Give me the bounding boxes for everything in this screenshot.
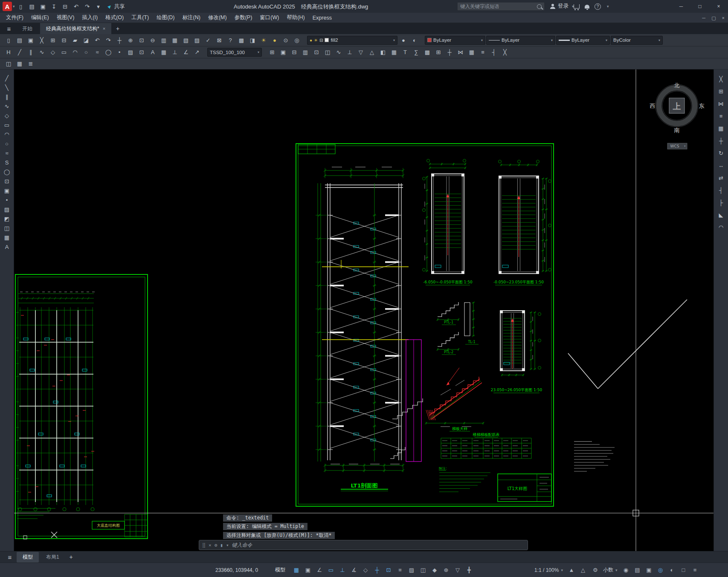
layer-on-icon[interactable]: ●: [310, 38, 312, 43]
draw-text-icon[interactable]: A: [148, 48, 158, 57]
compass-north[interactable]: 北: [674, 82, 680, 89]
sheet-set-manager-icon[interactable]: ▨: [192, 35, 202, 45]
menu-insert[interactable]: 插入(I): [82, 14, 98, 21]
cad-drawing[interactable]: 大底盘结构图 LT1剖面图 -6.050~-0.050平面图 1:50 -0.0…: [14, 69, 713, 551]
ellipse-icon[interactable]: ◯: [1, 167, 12, 176]
tssd-axis-grid-icon[interactable]: ⊞: [267, 48, 277, 57]
tssd-attribute-icon[interactable]: ▦: [15, 59, 25, 69]
command-customize-icon[interactable]: ⚙: [215, 542, 218, 548]
annotation-visibility-icon[interactable]: ▲: [567, 565, 576, 575]
properties-icon[interactable]: ▥: [159, 35, 169, 45]
workspace-gear-icon[interactable]: ⚙: [591, 565, 600, 575]
annotation-monitor-icon[interactable]: ◉: [621, 565, 630, 575]
graphics-performance-icon[interactable]: ◐: [667, 565, 676, 575]
draw-polygon-icon[interactable]: ◇: [48, 48, 58, 57]
tssd-table-icon[interactable]: ▦: [389, 48, 399, 57]
linetype-combo-caret-icon[interactable]: ▾: [551, 38, 553, 42]
construction-line-icon[interactable]: ╲: [1, 83, 12, 92]
qnew-icon[interactable]: ▯: [16, 2, 26, 11]
transparency-icon[interactable]: ▨: [407, 565, 416, 575]
quickcalc-icon[interactable]: ⊠: [214, 35, 224, 45]
tssd-layer-icon[interactable]: ▩: [422, 48, 432, 57]
spline-icon[interactable]: S: [1, 158, 12, 167]
tssd-detail-icon[interactable]: ◧: [378, 48, 388, 57]
store-cart-icon[interactable]: [574, 4, 580, 9]
color-combo-caret-icon[interactable]: ▾: [481, 38, 483, 42]
logo-caret-icon[interactable]: ▾: [13, 4, 15, 9]
menu-modify[interactable]: 修改(M): [208, 14, 227, 21]
layer-combo[interactable]: ● ☀ ⊟ fill2 ▾: [307, 36, 397, 45]
layer-lock-icon[interactable]: ⊙: [281, 35, 291, 45]
zoom-realtime-icon[interactable]: ⊕: [125, 35, 136, 45]
draw-mline-icon[interactable]: ∥: [26, 48, 36, 57]
zoom-previous-icon[interactable]: ⊖: [148, 35, 158, 45]
close-button[interactable]: ×: [709, 0, 728, 13]
selection-filtering-icon[interactable]: ▽: [453, 565, 462, 575]
tssd-purge-icon[interactable]: ╳: [500, 48, 510, 57]
menu-dimension[interactable]: 标注(N): [183, 14, 200, 21]
tab-start[interactable]: 开始: [16, 23, 38, 34]
lineweight-combo[interactable]: ByLayer ▾: [556, 36, 610, 45]
erase-icon[interactable]: ╳: [716, 75, 727, 83]
tssd-rebar-icon[interactable]: ∿: [334, 48, 344, 57]
grid-axis-icon[interactable]: H: [3, 48, 14, 57]
make-object-layer-current-icon[interactable]: ●: [398, 35, 409, 45]
tssd-slab-icon[interactable]: ⊡: [311, 48, 322, 57]
menu-express[interactable]: Express: [313, 15, 332, 21]
tssd-column-icon[interactable]: ▣: [278, 48, 288, 57]
tab-close-icon[interactable]: ×: [103, 26, 105, 31]
markup-import-icon[interactable]: ✓: [203, 35, 213, 45]
tssd-wall-icon[interactable]: ▥: [300, 48, 310, 57]
redo-icon[interactable]: ↷: [103, 35, 113, 45]
tssd-scale-combo[interactable]: TSSD_100_100 ▾: [207, 48, 262, 57]
circle-icon[interactable]: ○: [1, 139, 12, 148]
gizmo-icon[interactable]: ╋: [464, 565, 474, 575]
copy-icon[interactable]: ⊞: [716, 87, 727, 95]
tab-layout1[interactable]: 布局1: [40, 552, 65, 563]
app-logo[interactable]: A: [3, 2, 12, 11]
tssd-copy-icon[interactable]: ⊞: [433, 48, 444, 57]
open-file-icon[interactable]: ▤: [15, 35, 25, 45]
quick-properties-icon[interactable]: ▤: [632, 565, 642, 575]
tssd-beam-icon[interactable]: ⊟: [289, 48, 299, 57]
help-search[interactable]: [457, 2, 545, 11]
3d-object-snap-icon[interactable]: ◆: [430, 565, 439, 575]
clean-screen-icon[interactable]: □: [679, 565, 688, 575]
tssd-mirror-icon[interactable]: ⋈: [455, 48, 466, 57]
maximize-button[interactable]: □: [690, 0, 709, 13]
menu-file[interactable]: 文件(F): [6, 14, 23, 21]
block-insert-icon[interactable]: ⊡: [136, 48, 147, 57]
polyline-icon[interactable]: ∿: [1, 102, 12, 110]
tab-document[interactable]: 经典高位转换框支结构*×: [40, 23, 111, 34]
tab-menu-icon[interactable]: ≡: [3, 24, 15, 33]
doc-restore-button[interactable]: ▢: [711, 15, 716, 21]
snap-mode-icon[interactable]: ▣: [303, 565, 313, 575]
menu-edit[interactable]: 编辑(E): [31, 14, 49, 21]
new-file-icon[interactable]: ▯: [3, 35, 14, 45]
point-icon[interactable]: •: [1, 196, 12, 204]
tssd-combo-caret-icon[interactable]: ▾: [258, 50, 259, 54]
menu-tools[interactable]: 工具(T): [131, 14, 149, 21]
revision-cloud-icon[interactable]: ≈: [1, 149, 12, 157]
draw-arc-icon[interactable]: ◠: [70, 48, 80, 57]
layer-walk-icon[interactable]: ◨: [247, 35, 258, 45]
menu-help[interactable]: 帮助(H): [287, 14, 305, 21]
help-icon[interactable]: ?: [595, 3, 601, 10]
draw-revcloud-icon[interactable]: ≈: [92, 48, 102, 57]
rotate-icon[interactable]: ↻: [716, 149, 727, 157]
paste-icon[interactable]: ⊟: [59, 35, 69, 45]
tssd-calc-icon[interactable]: ∑: [411, 48, 421, 57]
insert-block-icon[interactable]: ⊡: [1, 177, 12, 185]
command-input-bar[interactable]: ⣿ × ⚙ ▮ ▾: [199, 540, 528, 550]
tssd-text-edit-icon[interactable]: ◫: [3, 59, 14, 69]
dynamic-ucs-icon[interactable]: ⊕: [441, 565, 451, 575]
menu-view[interactable]: 视图(V): [57, 14, 75, 21]
dynamic-input-icon[interactable]: ▭: [326, 565, 336, 575]
region-icon[interactable]: ◫: [1, 224, 12, 232]
isometric-drafting-icon[interactable]: ◇: [361, 565, 370, 575]
rectangle-icon[interactable]: ▭: [1, 121, 12, 129]
mtext-icon[interactable]: A: [1, 242, 12, 251]
layout-menu-icon[interactable]: ≡: [4, 552, 15, 562]
model-space-button[interactable]: 模型: [272, 565, 289, 575]
mirror-icon[interactable]: ⋈: [716, 99, 727, 108]
